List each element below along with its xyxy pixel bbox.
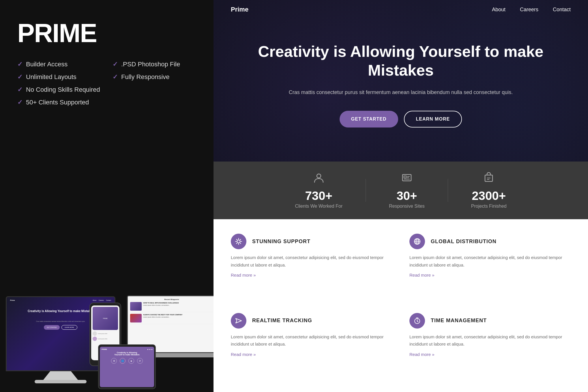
tablet-nav <box>147 349 152 350</box>
tablet-nav-dot-3 <box>151 349 152 350</box>
tablet-body: PRIME Creativity is AllowingYourself to … <box>98 344 156 389</box>
read-more-global[interactable]: Read more <box>409 273 435 277</box>
nav-link-careers[interactable]: Careers <box>520 7 538 13</box>
laptop-blog-item-1: HOW TO DEAL WITH BUSINESS CHALLENGES Lor… <box>130 302 213 312</box>
feature-title-global: GLOBAL DISTRIBUTION <box>431 239 497 245</box>
hero-brand: Prime <box>231 6 248 13</box>
hero-buttons: GET STARTED LEARN MORE <box>242 111 559 127</box>
laptop-screen-inner: Recent Blogposts HOW TO DEAL WITH BUSINE… <box>128 296 214 352</box>
tablet-icon-2: 🌐 <box>120 358 126 364</box>
feature-card-header-tracking: REALTIME TRACKING <box>231 313 392 329</box>
feature-text-global: Lorem ipsum dolor sit amet, consectetur … <box>409 254 571 269</box>
nav-link-about[interactable]: About <box>492 7 505 13</box>
feature-item-4: ✓ 50+ Clients Supported <box>17 99 101 106</box>
mock-nav-links: About Careers Contact <box>93 299 111 301</box>
phone-avatar-1 <box>93 331 97 336</box>
stat-item-projects: 2300+ Projects Finished <box>448 172 530 209</box>
svg-marker-13 <box>236 318 241 323</box>
stat-item-sites: 30+ Responsive Sites <box>366 172 448 209</box>
phone-avatar-2 <box>93 337 97 341</box>
read-more-time[interactable]: Read more <box>409 352 435 357</box>
features-grid: ✓ Builder Access ✓ .PSD Photoshop File ✓… <box>17 61 196 106</box>
tablet-icon-3: ◈ <box>128 358 134 364</box>
stats-section: 730+ Clients We Worked For 30+ Responsiv… <box>214 162 588 219</box>
feature-title-time: TIME MANAGEMENT <box>431 318 487 324</box>
svg-point-9 <box>237 240 240 243</box>
tablet-mockup: PRIME Creativity is AllowingYourself to … <box>98 344 156 389</box>
left-content: PRIME ✓ Builder Access ✓ .PSD Photoshop … <box>0 0 214 106</box>
laptop-blog-meta-2: Lorem ipsum dolor sit amet, consectetur.… <box>143 316 183 318</box>
tablet-logo: PRIME <box>102 348 107 350</box>
check-icon-6: ✓ <box>113 73 118 81</box>
check-icon-4: ✓ <box>17 99 23 106</box>
laptop-blog-text-1: HOW TO DEAL WITH BUSINESS CHALLENGES Lor… <box>143 302 179 306</box>
mock-careers: Careers <box>99 299 104 301</box>
feature-card-support: STUNNING SUPPORT Lorem ipsum dolor sit a… <box>231 234 392 299</box>
phone-hero-text: PRIME <box>103 318 108 319</box>
laptop-blog-text-2: ALWAYS CHOOSE THE BEST FOR YOUR COMPANY … <box>143 314 183 318</box>
check-icon-2: ✓ <box>17 73 23 81</box>
feature-text-support: Lorem ipsum dolor sit amet, consectetur … <box>231 254 392 269</box>
laptop-blog-title-2: ALWAYS CHOOSE THE BEST FOR YOUR COMPANY <box>143 314 183 316</box>
feature-item-1: ✓ Builder Access <box>17 61 101 68</box>
read-more-support[interactable]: Read more <box>231 273 256 277</box>
read-more-tracking[interactable]: Read more <box>231 352 256 357</box>
feature-text-time: Lorem ipsum dolor sit amet, consectetur … <box>409 333 571 348</box>
feature-item-3: ✓ No Coding Skills Required <box>17 86 101 93</box>
mock-brand: Prime <box>10 299 15 301</box>
check-icon-3: ✓ <box>17 86 23 93</box>
stat-label-projects: Projects Finished <box>471 204 507 209</box>
learn-more-button[interactable]: LEARN MORE <box>404 111 462 127</box>
hero-nav-links: About Careers Contact <box>492 7 571 13</box>
check-icon-5: ✓ <box>113 61 118 68</box>
stat-number-sites: 30+ <box>396 190 417 202</box>
tablet-icons: ⚙ 🌐 ◈ ⏱ <box>102 358 152 364</box>
feature-label-5: .PSD Photoshop File <box>121 61 180 68</box>
get-started-button[interactable]: GET STARTED <box>340 111 398 127</box>
tablet-screen: PRIME Creativity is AllowingYourself to … <box>100 347 154 387</box>
right-panel: Prime About Careers Contact Creativity i… <box>214 0 588 392</box>
features-section: STUNNING SUPPORT Lorem ipsum dolor sit a… <box>214 219 588 392</box>
laptop-blog-item-2: ALWAYS CHOOSE THE BEST FOR YOUR COMPANY … <box>130 314 213 324</box>
mock-contact: Contact <box>106 299 111 301</box>
stats-container: 730+ Clients We Worked For 30+ Responsiv… <box>272 172 529 209</box>
feature-icon-time <box>409 313 425 329</box>
stat-icon-projects <box>483 172 495 186</box>
feature-item-2: ✓ Unlimited Layouts <box>17 73 101 81</box>
nav-link-contact[interactable]: Contact <box>553 7 571 13</box>
laptop-blog-header: Recent Blogposts <box>130 299 213 300</box>
feature-label-3: No Coding Skills Required <box>26 86 100 93</box>
feature-label-4: 50+ Clients Supported <box>26 99 89 106</box>
mock-about: About <box>93 299 96 301</box>
tablet-icon-4: ⏱ <box>137 358 143 364</box>
mock-learn-more[interactable]: LEARN MORE <box>61 325 77 330</box>
feature-label-1: Builder Access <box>26 61 68 68</box>
stat-icon-clients <box>313 172 325 186</box>
phone-list-item-1: Lorem ipsum dolor <box>93 331 118 336</box>
laptop-blog-thumb-2 <box>130 314 142 322</box>
hero-section: Prime About Careers Contact Creativity i… <box>214 0 588 162</box>
feature-card-time: TIME MANAGEMENT Lorem ipsum dolor sit am… <box>409 313 571 378</box>
check-icon-1: ✓ <box>17 61 23 68</box>
monitor-stand <box>43 371 78 380</box>
monitor-base <box>35 380 87 383</box>
feature-card-global: GLOBAL DISTRIBUTION Lorem ipsum dolor si… <box>409 234 571 299</box>
laptop-blog-thumb-1 <box>130 302 142 311</box>
hero-headline: Creativity is Allowing Yourself to make … <box>242 42 559 80</box>
mock-get-started[interactable]: GET STARTED <box>44 325 59 330</box>
stat-item-clients: 730+ Clients We Worked For <box>272 172 366 209</box>
tablet-screen-header: PRIME <box>102 348 152 350</box>
phone-hero-block: PRIME <box>93 307 118 330</box>
hero-nav: Prime About Careers Contact <box>214 0 588 19</box>
stat-label-clients: Clients We Worked For <box>295 204 342 209</box>
feature-title-support: STUNNING SUPPORT <box>252 239 310 245</box>
feature-text-tracking: Lorem ipsum dolor sit amet, consectetur … <box>231 333 392 348</box>
feature-label-2: Unlimited Layouts <box>26 73 76 81</box>
feature-icon-global <box>409 234 425 249</box>
tablet-nav-dot-2 <box>149 349 150 350</box>
devices-container: Prime About Careers Contact Creativity i… <box>0 141 214 392</box>
feature-icon-support <box>231 234 246 249</box>
tablet-icon-1: ⚙ <box>111 358 117 364</box>
feature-label-6: Fully Responsive <box>121 73 170 81</box>
feature-title-tracking: REALTIME TRACKING <box>252 318 312 324</box>
